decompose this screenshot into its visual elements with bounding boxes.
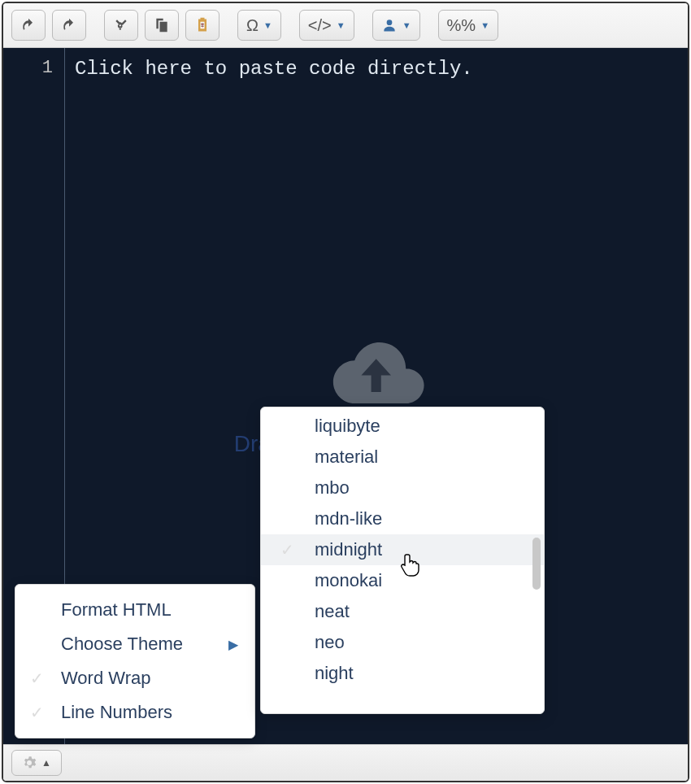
svg-point-1 bbox=[386, 20, 392, 25]
user-button[interactable]: ▼ bbox=[372, 10, 420, 41]
theme-label: night bbox=[315, 663, 354, 683]
code-icon: </> bbox=[308, 16, 332, 35]
scrollbar-thumb[interactable] bbox=[532, 538, 541, 590]
theme-option-night[interactable]: night bbox=[261, 658, 544, 689]
cut-button[interactable] bbox=[104, 10, 138, 41]
theme-option-liquibyte[interactable]: liquibyte bbox=[261, 411, 544, 442]
check-icon: ✓ bbox=[30, 669, 44, 688]
cloud-upload-icon bbox=[324, 336, 429, 409]
theme-label: mbo bbox=[315, 477, 350, 498]
line-number: 1 bbox=[3, 58, 53, 78]
theme-label: midnight bbox=[315, 539, 382, 560]
percent-icon: %% bbox=[447, 16, 476, 35]
special-char-button[interactable]: Ω ▼ bbox=[237, 10, 281, 41]
redo-icon bbox=[61, 17, 77, 33]
svg-text:T: T bbox=[201, 23, 204, 28]
scissors-icon bbox=[113, 17, 129, 33]
copy-icon bbox=[154, 17, 170, 33]
theme-option-mbo[interactable]: mbo bbox=[261, 473, 544, 503]
menu-item-label: Choose Theme bbox=[61, 634, 183, 655]
theme-option-midnight[interactable]: ✓midnight bbox=[261, 534, 544, 565]
gear-icon bbox=[22, 756, 37, 770]
theme-label: mdn-like bbox=[315, 508, 382, 529]
settings-button[interactable]: ▲ bbox=[11, 750, 62, 776]
variables-button[interactable]: %% ▼ bbox=[438, 10, 498, 41]
theme-label: liquibyte bbox=[315, 416, 380, 436]
redo-button[interactable] bbox=[52, 10, 86, 41]
caret-down-icon: ▼ bbox=[337, 20, 346, 30]
undo-icon bbox=[20, 17, 37, 33]
theme-submenu: liquibyte material mbo mdn-like ✓midnigh… bbox=[260, 407, 545, 714]
theme-option-monokai[interactable]: monokai bbox=[261, 565, 544, 596]
theme-label: neo bbox=[315, 632, 345, 652]
caret-down-icon: ▼ bbox=[263, 20, 272, 30]
user-icon bbox=[381, 17, 398, 33]
editor-placeholder: Click here to paste code directly. bbox=[75, 58, 473, 80]
theme-label: neat bbox=[315, 601, 350, 621]
theme-option-mdn-like[interactable]: mdn-like bbox=[261, 503, 544, 534]
undo-button[interactable] bbox=[11, 10, 46, 41]
menu-item-label: Line Numbers bbox=[61, 702, 172, 723]
insert-code-button[interactable]: </> ▼ bbox=[299, 10, 354, 41]
menu-item-label: Format HTML bbox=[61, 599, 172, 621]
menu-line-numbers[interactable]: ✓ Line Numbers bbox=[15, 695, 254, 730]
copy-button[interactable] bbox=[145, 10, 179, 41]
menu-format-html[interactable]: Format HTML bbox=[15, 593, 254, 627]
paste-icon: T bbox=[194, 17, 211, 33]
settings-menu: Format HTML Choose Theme ▶ ✓ Word Wrap ✓… bbox=[15, 584, 255, 738]
menu-choose-theme[interactable]: Choose Theme ▶ bbox=[15, 627, 254, 661]
footer: ▲ bbox=[3, 744, 688, 781]
check-icon: ✓ bbox=[30, 703, 44, 722]
submenu-arrow-icon: ▶ bbox=[228, 637, 238, 652]
theme-label: material bbox=[315, 446, 378, 467]
omega-icon: Ω bbox=[246, 16, 259, 35]
triangle-up-icon: ▲ bbox=[41, 757, 51, 769]
toolbar: T Ω ▼ </> ▼ ▼ %% ▼ bbox=[3, 3, 688, 48]
caret-down-icon: ▼ bbox=[402, 20, 411, 30]
theme-label: monokai bbox=[315, 570, 382, 590]
paste-button[interactable]: T bbox=[185, 10, 219, 41]
theme-option-neo[interactable]: neo bbox=[261, 627, 544, 658]
check-icon: ✓ bbox=[280, 540, 294, 560]
theme-option-material[interactable]: material bbox=[261, 442, 544, 473]
theme-option-neat[interactable]: neat bbox=[261, 596, 544, 627]
menu-word-wrap[interactable]: ✓ Word Wrap bbox=[15, 661, 254, 695]
caret-down-icon: ▼ bbox=[480, 20, 489, 30]
menu-item-label: Word Wrap bbox=[61, 668, 150, 689]
